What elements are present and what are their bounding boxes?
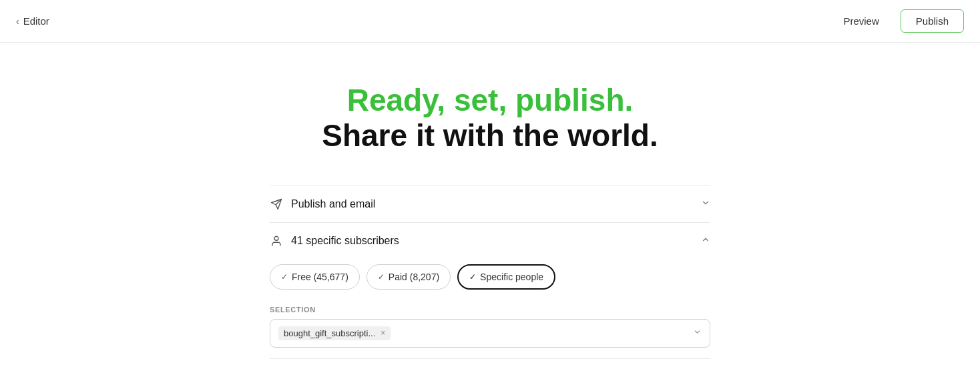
hero-title-black: Share it with the world. [322, 118, 658, 153]
free-chip-check: ✓ [281, 272, 288, 282]
chevron-up-icon [701, 235, 710, 246]
free-chip[interactable]: ✓ Free (45,677) [270, 264, 360, 290]
editor-back-label: Editor [23, 15, 49, 27]
tag-text: bought_gift_subscripti... [284, 328, 375, 338]
publish-email-row[interactable]: Publish and email [270, 186, 710, 223]
chevron-down-icon [701, 198, 710, 210]
hero-title-green: Ready, set, publish. [322, 83, 658, 118]
header-actions: Preview Publish [835, 9, 964, 33]
header: ‹ Editor Preview Publish [0, 0, 980, 43]
paid-chip-label: Paid (8,207) [389, 272, 439, 282]
subscribers-section: 41 specific subscribers ✓ Free (45,677) … [270, 223, 710, 359]
free-chip-label: Free (45,677) [292, 272, 348, 282]
paper-plane-icon [270, 198, 283, 210]
subscribers-left: 41 specific subscribers [270, 235, 399, 247]
preview-button[interactable]: Preview [835, 10, 887, 32]
specific-people-chip[interactable]: ✓ Specific people [457, 264, 555, 290]
subscribers-label: 41 specific subscribers [291, 235, 399, 247]
selection-tag: bought_gift_subscripti... × [278, 326, 391, 340]
selection-section: SELECTION bought_gift_subscripti... × [270, 300, 710, 358]
selection-label: SELECTION [270, 306, 710, 314]
chevron-left-icon: ‹ [16, 16, 19, 27]
options-panel: Publish and email 41 specific [270, 186, 710, 359]
publish-email-label: Publish and email [291, 198, 375, 210]
publish-email-left: Publish and email [270, 198, 375, 210]
paid-chip-check: ✓ [378, 272, 385, 282]
specific-people-chip-label: Specific people [480, 272, 543, 282]
specific-people-chip-check: ✓ [469, 272, 476, 282]
selection-input[interactable]: bought_gift_subscripti... × [270, 319, 710, 348]
back-navigation[interactable]: ‹ Editor [16, 15, 49, 27]
filter-chips: ✓ Free (45,677) ✓ Paid (8,207) ✓ Specifi… [270, 259, 710, 300]
hero-section: Ready, set, publish. Share it with the w… [322, 83, 658, 153]
svg-point-2 [274, 236, 278, 240]
subscribers-header[interactable]: 41 specific subscribers [270, 223, 710, 259]
publish-button[interactable]: Publish [901, 9, 964, 33]
selection-tags: bought_gift_subscripti... × [278, 326, 391, 340]
tag-close-icon[interactable]: × [381, 328, 385, 338]
selection-chevron-icon [693, 328, 702, 338]
person-icon [270, 235, 283, 247]
paid-chip[interactable]: ✓ Paid (8,207) [366, 264, 451, 290]
main-content: Ready, set, publish. Share it with the w… [0, 43, 980, 371]
